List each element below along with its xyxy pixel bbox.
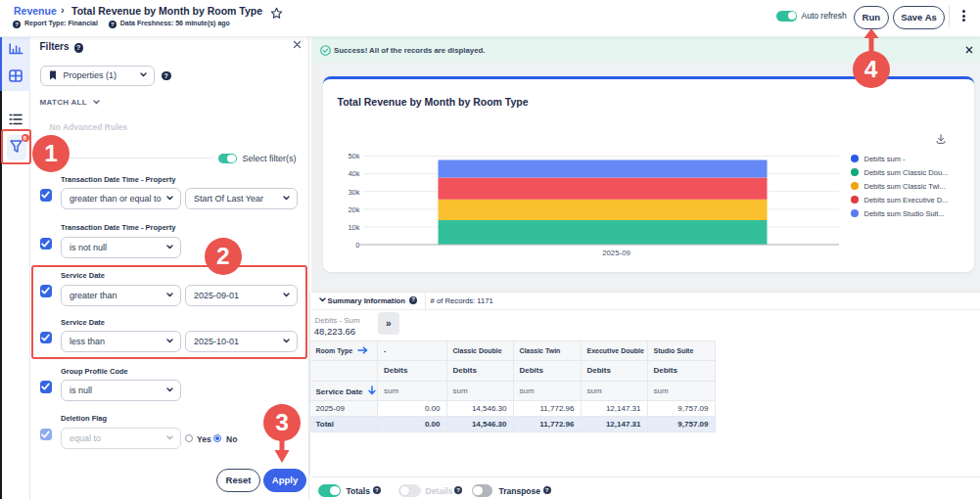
svg-text:50k: 50k xyxy=(348,152,359,160)
svg-text:40k: 40k xyxy=(348,169,359,178)
svg-text:10k: 10k xyxy=(348,223,359,232)
svg-text:0: 0 xyxy=(355,241,359,250)
svg-text:30k: 30k xyxy=(348,188,359,197)
svg-text:2025-09: 2025-09 xyxy=(602,249,630,257)
svg-text:20k: 20k xyxy=(348,205,359,214)
